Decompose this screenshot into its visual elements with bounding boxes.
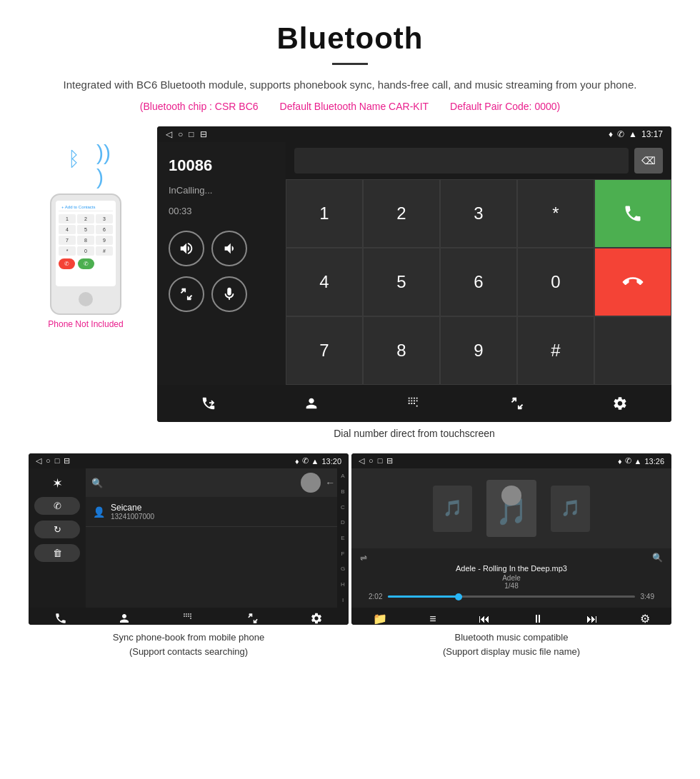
music-prev-icon[interactable]: ⏮: [479, 613, 490, 625]
nav-transfer-icon[interactable]: [503, 392, 531, 415]
menu-icon: ⊟: [200, 129, 207, 139]
phone-action-buttons: ✆ ✆: [59, 258, 113, 269]
phone-screen: + Add to Contacts 1 2 3 4 5 6 7 8 9 * 0 …: [56, 201, 116, 286]
music-eq-icon[interactable]: ⚙: [640, 612, 650, 625]
main-screen-caption: Dial number direct from touchscreen: [157, 422, 671, 446]
pb-sync-button[interactable]: ↻: [34, 521, 80, 538]
music-current-time: 2:02: [369, 593, 382, 600]
main-screen-section: ᛒ ))) + Add to Contacts 1 2 3 4 5 6 7 8 …: [0, 119, 700, 453]
music-body: 🎵 🎵 🎵 ⇌ 🔍: [351, 468, 671, 608]
call-panel: 10086 InCalling... 00:33: [157, 142, 286, 385]
volume-down-button[interactable]: [211, 231, 247, 266]
music-info-area: ⇌ 🔍 Adele - Rolling In the Deep.mp3 Adel…: [351, 548, 671, 608]
music-art-area: 🎵 🎵 🎵: [351, 468, 671, 548]
dial-key-0[interactable]: 0: [517, 248, 594, 316]
car-screen-body: 10086 InCalling... 00:33: [157, 142, 671, 385]
pb-call-button[interactable]: ✆: [34, 497, 80, 515]
phone-not-included-label: Phone Not Included: [48, 319, 123, 329]
call-action-btns: [169, 231, 274, 266]
backspace-button[interactable]: ⌫: [634, 148, 663, 174]
bottom-panels: ◁ ○ □ ⊟ ♦ ✆ ▲ 13:20 ✶ ✆ ↻: [0, 453, 700, 661]
pb-delete-button[interactable]: 🗑: [34, 544, 80, 562]
pb-nav-transfer[interactable]: [246, 612, 259, 625]
transfer-button[interactable]: [169, 276, 204, 312]
phonebook-caption: Sync phone-book from mobile phone (Suppo…: [29, 625, 349, 661]
dial-key-empty: [594, 316, 671, 385]
music-status-right: ♦ ✆ ▲ 13:26: [618, 456, 664, 466]
phone-key-2: 2: [77, 214, 94, 223]
dial-key-7[interactable]: 7: [286, 316, 363, 385]
dial-key-3[interactable]: 3: [440, 179, 517, 248]
main-car-screen-container: ◁ ○ □ ⊟ ♦ ✆ ▲ 13:17 10086 InCalling...: [157, 126, 671, 446]
music-next-icon[interactable]: ⏭: [586, 613, 598, 625]
music-play-pause-icon[interactable]: ⏸: [532, 613, 544, 625]
call-status: InCalling...: [169, 185, 274, 196]
search-icon[interactable]: 🔍: [652, 553, 663, 563]
phone-key-0: 0: [77, 246, 94, 256]
pb-time: 13:20: [321, 457, 341, 466]
album-art-left: 🎵: [433, 486, 472, 532]
phonebook-caption-line2: (Support contacts searching): [129, 646, 248, 657]
dial-key-hash[interactable]: #: [517, 316, 594, 385]
pb-nav-dialpad[interactable]: [182, 612, 195, 625]
pb-avatar: [301, 473, 321, 493]
album-art-circle: [501, 486, 521, 506]
pb-bluetooth-icon: ✶: [34, 476, 80, 491]
pb-nav-calls[interactable]: [54, 612, 67, 625]
dial-key-4[interactable]: 4: [286, 248, 363, 316]
dial-key-9[interactable]: 9: [440, 316, 517, 385]
microphone-button[interactable]: [211, 276, 247, 312]
dial-key-5[interactable]: 5: [363, 248, 440, 316]
shuffle-icon[interactable]: ⇌: [360, 553, 367, 563]
music-track-count: 1/48: [360, 582, 663, 590]
dial-key-2[interactable]: 2: [363, 179, 440, 248]
music-fill: [388, 595, 462, 598]
call-button[interactable]: [594, 179, 671, 248]
album-art-right: 🎵: [551, 486, 590, 532]
dial-input-display[interactable]: [294, 148, 629, 174]
spec-chip: (Bluetooth chip : CSR BC6: [140, 101, 259, 112]
nav-dialpad-icon[interactable]: [400, 392, 429, 415]
music-panel: ◁ ○ □ ⊟ ♦ ✆ ▲ 13:26 🎵: [351, 453, 671, 661]
music-list-icon[interactable]: ≡: [429, 613, 436, 625]
music-screen: ◁ ○ □ ⊟ ♦ ✆ ▲ 13:26 🎵: [351, 453, 671, 625]
music-note-right-icon: 🎵: [561, 499, 580, 518]
album-art-main: 🎵: [486, 480, 536, 537]
nav-settings-icon[interactable]: [606, 392, 634, 415]
pb-contact-info: Seicane 13241007000: [111, 503, 154, 521]
nav-contacts-icon[interactable]: [297, 392, 326, 415]
end-call-button[interactable]: [594, 248, 671, 316]
music-folder-icon[interactable]: 📁: [373, 612, 387, 625]
title-divider: [332, 63, 368, 65]
phone-key-4: 4: [59, 225, 76, 234]
music-thumb: [455, 593, 462, 600]
dial-key-6[interactable]: 6: [440, 248, 517, 316]
dial-key-1[interactable]: 1: [286, 179, 363, 248]
music-recent-icon: □: [378, 456, 383, 466]
dialpad-keys: 1 2 3 * 4 5 6 0: [286, 179, 671, 385]
header-section: Bluetooth Integrated with BC6 Bluetooth …: [0, 0, 700, 119]
pb-nav-contacts[interactable]: [118, 612, 131, 625]
music-track[interactable]: [388, 595, 634, 598]
back-icon: ◁: [166, 129, 172, 139]
pb-status-right: ♦ ✆ ▲ 13:20: [295, 456, 341, 466]
music-artist: Adele: [360, 574, 663, 582]
volume-up-button[interactable]: [169, 231, 204, 266]
nav-calls-icon[interactable]: [194, 392, 223, 415]
phone-key-1: 1: [59, 214, 76, 223]
phone-key-star: *: [59, 246, 76, 256]
dial-key-8[interactable]: 8: [363, 316, 440, 385]
music-controls: 📁 ≡ ⏮ ⏸ ⏭ ⚙: [351, 608, 671, 625]
phone-mockup: + Add to Contacts 1 2 3 4 5 6 7 8 9 * 0 …: [50, 194, 121, 315]
dial-key-star[interactable]: *: [517, 179, 594, 248]
pb-contact-icon: 👤: [93, 506, 105, 518]
phone-call-button: ✆: [78, 258, 94, 269]
music-total-time: 3:49: [641, 593, 654, 600]
pb-sidebar: ✶ ✆ ↻ 🗑: [29, 468, 86, 608]
pb-contact-number: 13241007000: [111, 513, 154, 521]
pb-contact-item[interactable]: 👤 Seicane 13241007000: [86, 497, 349, 527]
phone-end-button: ✆: [59, 258, 75, 269]
pb-nav-settings[interactable]: [310, 612, 323, 625]
pb-search-bar: 🔍 ← *: [86, 468, 349, 497]
phone-key-3: 3: [96, 214, 113, 223]
